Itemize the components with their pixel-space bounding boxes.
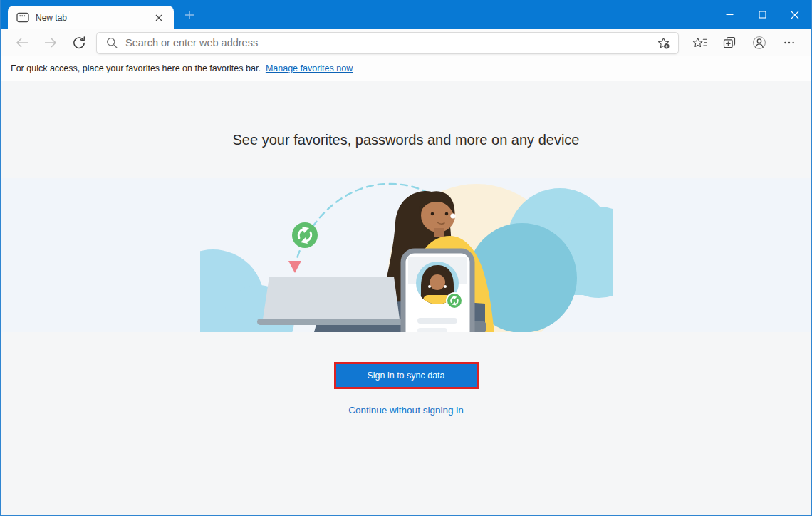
minimize-icon bbox=[726, 11, 734, 19]
forward-button[interactable] bbox=[36, 31, 65, 54]
search-icon bbox=[105, 36, 118, 49]
new-tab-button[interactable] bbox=[180, 6, 199, 24]
arrowhead-left bbox=[288, 261, 301, 273]
favorites-icon bbox=[692, 36, 707, 50]
refresh-button[interactable] bbox=[65, 31, 93, 54]
collections-button[interactable] bbox=[714, 31, 744, 54]
tab-close-icon[interactable] bbox=[151, 10, 167, 26]
maximize-icon bbox=[759, 11, 766, 19]
new-tab-plus-icon bbox=[184, 9, 195, 21]
profile-button[interactable] bbox=[744, 31, 774, 54]
title-bar: New tab bbox=[1, 0, 811, 29]
manage-favorites-link[interactable]: Manage favorites now bbox=[266, 63, 353, 73]
back-icon bbox=[15, 36, 29, 49]
profile-icon bbox=[751, 35, 767, 51]
favorites-bar: For quick access, place your favorites h… bbox=[1, 56, 811, 81]
add-favorite-button[interactable] bbox=[652, 33, 674, 52]
add-favorite-icon bbox=[657, 36, 670, 50]
settings-menu-button[interactable] bbox=[774, 31, 804, 54]
address-bar[interactable] bbox=[96, 32, 679, 54]
minimize-button[interactable] bbox=[713, 0, 746, 29]
phone-sync-badge bbox=[447, 293, 462, 309]
settings-ellipsis-icon bbox=[783, 36, 796, 49]
window-close-icon bbox=[791, 11, 799, 19]
continue-without-signing-in-link[interactable]: Continue without signing in bbox=[1, 405, 811, 416]
laptop-base bbox=[257, 319, 407, 325]
sign-in-area: Sign in to sync data bbox=[1, 362, 811, 389]
phone-illustration bbox=[403, 251, 472, 332]
browser-window: New tab bbox=[0, 0, 812, 516]
tab-new-tab[interactable]: New tab bbox=[8, 6, 174, 29]
window-close-button[interactable] bbox=[779, 0, 811, 29]
earring bbox=[450, 213, 455, 218]
sync-icon bbox=[292, 222, 318, 248]
forward-icon bbox=[43, 36, 58, 49]
back-button[interactable] bbox=[8, 31, 36, 54]
search-input[interactable] bbox=[125, 37, 652, 48]
maximize-button[interactable] bbox=[746, 0, 779, 29]
sync-setup-page: See your favorites, passwords and more o… bbox=[1, 81, 811, 515]
tab-title: New tab bbox=[36, 13, 145, 23]
favorites-button[interactable] bbox=[685, 31, 714, 54]
refresh-icon bbox=[72, 36, 86, 50]
annotation-highlight-box: Sign in to sync data bbox=[334, 362, 479, 389]
collections-icon bbox=[722, 36, 736, 50]
favorites-bar-message: For quick access, place your favorites h… bbox=[11, 63, 261, 73]
page-title: See your favorites, passwords and more o… bbox=[1, 132, 811, 148]
window-controls bbox=[713, 0, 811, 29]
sign-in-button[interactable]: Sign in to sync data bbox=[336, 364, 477, 387]
new-tab-page-icon bbox=[16, 12, 29, 23]
laptop-screen bbox=[263, 277, 400, 319]
sync-illustration bbox=[200, 178, 613, 332]
navigation-toolbar bbox=[1, 29, 811, 56]
